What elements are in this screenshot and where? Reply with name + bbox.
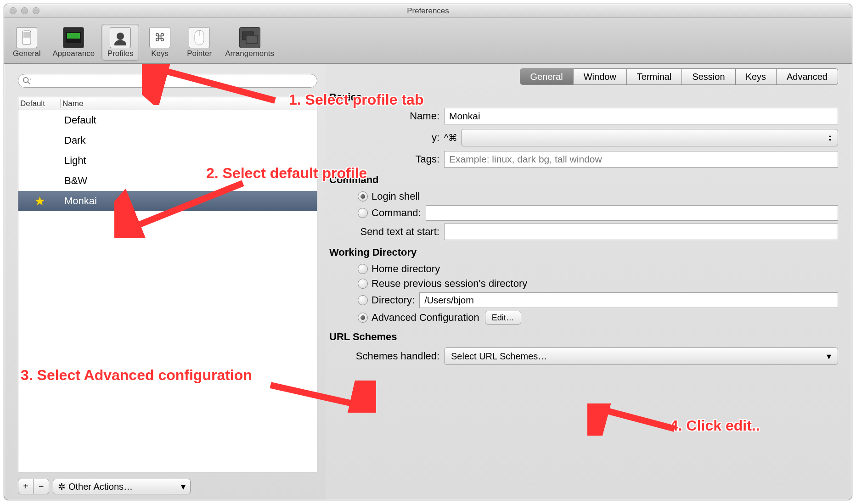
radio-advanced-config[interactable] [358,313,368,323]
chevron-down-icon: ▾ [181,481,186,492]
toolbar-keys[interactable]: ⌘ Keys [141,24,179,61]
radio-command[interactable] [358,208,368,218]
column-default[interactable]: Default [18,99,61,108]
label-send-text: Send text at start: [329,226,444,238]
radio-login-shell[interactable] [358,191,368,202]
toolbar-general[interactable]: General [8,24,45,61]
list-item[interactable]: B&W [18,171,317,191]
other-actions-label: Other Actions… [68,482,133,492]
toolbar: General Appearance Profiles ⌘ Keys Point… [4,18,852,64]
toolbar-arrangements[interactable]: Arrangements [220,24,279,61]
toolbar-appearance[interactable]: Appearance [47,24,100,61]
label-login-shell: Login shell [372,190,420,202]
list-item[interactable]: ★ Monkai [18,191,317,211]
list-item[interactable]: Light [18,151,317,171]
profile-silhouette-icon [110,27,131,48]
window-controls[interactable] [10,7,39,14]
svg-point-4 [117,33,124,40]
directory-input[interactable] [419,292,838,308]
profile-settings-panel: General Colors Text Window Terminal Sess… [326,64,852,500]
toolbar-arrangements-label: Arrangements [225,49,274,58]
profile-list-header: Default Name [18,97,317,110]
content-area: Default Name Default Dark Light B& [4,64,852,500]
svg-point-5 [114,40,126,45]
send-text-input[interactable] [444,224,838,240]
svg-line-11 [28,82,30,84]
shortcut-prefix: ^⌘ [444,132,457,143]
svg-rect-3 [67,33,80,39]
profile-name: Light [61,155,317,167]
toolbar-pointer-label: Pointer [187,49,212,58]
minimize-icon[interactable] [21,7,28,14]
shortcut-dropdown[interactable]: ▴▾ [461,129,838,146]
preferences-window: Preferences General Appearance Profiles … [4,4,852,500]
default-star-icon: ★ [34,194,45,208]
url-schemes-dropdown[interactable]: Select URL Schemes… ▾ [444,347,838,365]
monitor-icon [63,27,84,48]
radio-directory[interactable] [358,295,368,305]
label-name: Name: [329,110,444,122]
section-working-dir: Working Directory [329,246,838,258]
toolbar-profiles-label: Profiles [107,49,134,58]
toolbar-pointer[interactable]: Pointer [180,24,218,61]
search-input[interactable] [18,74,317,88]
window-title: Preferences [407,6,449,15]
profile-name: B&W [61,175,317,187]
column-name[interactable]: Name [61,99,317,108]
profile-actions-bar: + − ✲ Other Actions… ▾ [18,479,317,494]
command-key-icon: ⌘ [149,27,170,48]
radio-reuse-dir[interactable] [358,279,368,289]
label-tags: Tags: [329,153,444,165]
tab-advanced[interactable]: Advanced [777,68,838,85]
label-home-dir: Home directory [372,263,440,275]
radio-home-dir[interactable] [358,264,368,274]
label-advanced-config: Advanced Configuration [372,312,479,324]
switch-icon [16,27,37,48]
svg-marker-12 [30,79,31,81]
titlebar: Preferences [4,4,852,18]
tab-general[interactable]: General [520,68,574,85]
profile-name: Monkai [61,195,317,207]
toolbar-general-label: General [13,49,40,58]
profile-name-input[interactable] [444,108,838,124]
tags-input[interactable] [444,151,838,168]
profile-name: Default [61,114,317,126]
profiles-sidebar: Default Name Default Dark Light B& [4,64,326,500]
section-command: Command [329,174,838,186]
url-schemes-value: Select URL Schemes… [451,351,547,362]
profile-name: Dark [61,134,317,146]
profile-subtabs: General Colors Text Window Terminal Sess… [329,68,838,85]
section-url-schemes: URL Schemes [329,331,838,343]
list-item[interactable]: Dark [18,130,317,151]
profile-list: Default Name Default Dark Light B& [18,97,317,472]
tab-terminal[interactable]: Terminal [627,68,682,85]
section-basics: Basics [329,91,838,103]
stepper-icon: ▴▾ [829,134,831,142]
toolbar-appearance-label: Appearance [52,49,95,58]
svg-rect-1 [23,32,30,38]
gear-icon: ✲ [58,481,66,492]
zoom-icon[interactable] [33,7,39,14]
tab-session[interactable]: Session [682,68,735,85]
remove-profile-button[interactable]: − [34,479,49,494]
tab-keys[interactable]: Keys [736,68,777,85]
svg-point-10 [23,78,28,83]
mouse-icon [189,27,210,48]
svg-rect-9 [246,35,257,44]
close-icon[interactable] [10,7,17,14]
chevron-down-icon: ▾ [827,351,831,362]
command-input[interactable] [426,205,838,221]
windows-stack-icon [239,27,260,48]
tab-window[interactable]: Window [574,68,627,85]
other-actions-menu[interactable]: ✲ Other Actions… ▾ [53,479,191,494]
add-profile-button[interactable]: + [18,479,34,494]
edit-button[interactable]: Edit… [485,311,521,325]
label-schemes-handled: Schemes handled: [329,350,444,362]
label-shortcut: y: [329,132,444,144]
search-icon [23,77,31,85]
label-directory: Directory: [372,294,415,306]
toolbar-profiles[interactable]: Profiles [101,24,139,61]
label-command: Command: [372,207,421,219]
list-item[interactable]: Default [18,110,317,130]
label-reuse-dir: Reuse previous session's directory [372,278,527,290]
